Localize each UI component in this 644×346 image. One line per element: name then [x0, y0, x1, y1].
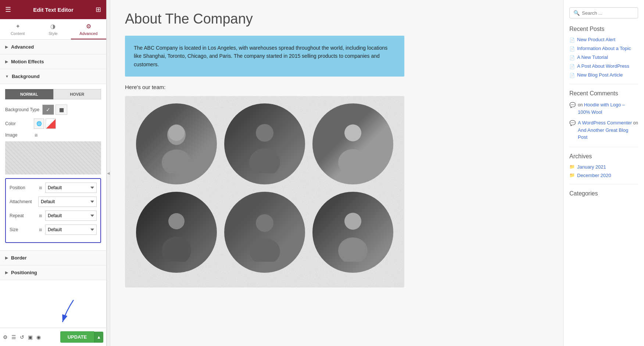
panel-content: ▶ Advanced ▶ Motion Effects ▼ Background…	[0, 40, 106, 328]
size-row: Size 🖥 Default	[10, 225, 97, 235]
team-member-4	[136, 192, 217, 273]
image-preview[interactable]	[5, 141, 101, 174]
advanced-section-header[interactable]: ▶ Advanced	[0, 40, 106, 54]
team-member-3	[312, 103, 393, 184]
bg-mode-toggle: NORMAL HOVER	[5, 89, 101, 99]
preview-icon[interactable]: ◉	[36, 334, 41, 340]
post-link-3[interactable]: A New Tutorial	[577, 54, 608, 60]
update-dropdown-button[interactable]: ▲	[94, 332, 103, 343]
svg-point-5	[249, 148, 280, 173]
hamburger-icon[interactable]: ☰	[5, 6, 11, 14]
divider-2	[569, 147, 638, 147]
normal-toggle-btn[interactable]: NORMAL	[5, 89, 53, 99]
comment-text-1: on Hoodie with Logo – 100% Wool	[578, 101, 638, 116]
post-link-5[interactable]: New Blog Post Article	[577, 72, 623, 78]
background-label: Background	[12, 74, 40, 79]
post-link-1[interactable]: New Product Alert	[577, 37, 615, 42]
post-icon-2: 📄	[569, 46, 575, 52]
archive-link-2[interactable]: December 2020	[577, 173, 611, 178]
recent-posts-title: Recent Posts	[569, 26, 638, 32]
settings-icon[interactable]: ⚙	[3, 334, 8, 340]
svg-point-7	[338, 149, 368, 173]
bg-type-row: Background Type ✓ ▦	[5, 105, 101, 115]
advanced-arrow-icon: ▶	[5, 45, 8, 49]
team-grid	[125, 96, 404, 287]
divider-1	[569, 84, 638, 84]
divider-3	[569, 184, 638, 184]
post-icon-3: 📄	[569, 55, 575, 60]
position-select[interactable]: Default	[45, 183, 97, 193]
size-select[interactable]: Default	[45, 225, 97, 235]
comment-link-2[interactable]: And Another Great Blog Post	[578, 127, 628, 140]
bg-type-solid-btn[interactable]: ✓	[42, 105, 54, 115]
svg-point-6	[344, 124, 361, 141]
motion-effects-section-header[interactable]: ▶ Motion Effects	[0, 54, 106, 69]
monitor-icon: 🖥	[34, 133, 38, 137]
bg-type-gradient-btn[interactable]: ▦	[56, 105, 67, 115]
archive-link-1[interactable]: January 2021	[577, 164, 606, 170]
background-section-body: NORMAL HOVER Background Type ✓ ▦ Color 🌐	[0, 84, 106, 251]
archive-icon-2: 📁	[569, 173, 575, 178]
page-title: About The Company	[125, 11, 548, 27]
list-item: 📄 A New Tutorial	[569, 54, 638, 60]
commenter-link-1[interactable]: A WordPress Commenter	[578, 120, 632, 126]
color-picker-btn[interactable]	[46, 119, 56, 129]
post-link-2[interactable]: Information About a Topic	[577, 46, 631, 51]
positioning-section-header[interactable]: ▶ Positioning	[0, 265, 106, 280]
repeat-monitor-icon: 🖥	[38, 213, 42, 218]
tab-content[interactable]: ✦ Content	[0, 19, 35, 39]
tab-style[interactable]: ◑ Style	[35, 19, 71, 39]
team-member-2-photo	[224, 103, 305, 184]
history-icon[interactable]: ↺	[20, 334, 24, 340]
main-content: About The Company The ABC Company is loc…	[110, 0, 563, 346]
team-row-top	[132, 103, 397, 184]
color-row: Color 🌐	[5, 119, 101, 129]
post-link-4[interactable]: A Post About WordPress	[577, 63, 629, 69]
recent-posts-list: 📄 New Product Alert 📄 Information About …	[569, 37, 638, 78]
team-member-1	[136, 103, 217, 184]
repeat-select[interactable]: Default	[45, 211, 97, 221]
repeat-label: Repeat	[10, 213, 35, 218]
intro-box: The ABC Company is located in Los Angele…	[125, 36, 404, 77]
archives-list: 📁 January 2021 📁 December 2020	[569, 164, 638, 178]
color-controls: 🌐	[34, 119, 56, 129]
update-button[interactable]: UPDATE	[60, 331, 94, 343]
toolbar-icons: ⚙ ☰ ↺ ▣ ◉	[3, 334, 41, 340]
search-input[interactable]	[582, 10, 634, 16]
svg-point-8	[168, 213, 185, 229]
color-globe-btn[interactable]: 🌐	[34, 119, 44, 129]
list-item: 📄 New Blog Post Article	[569, 72, 638, 78]
attachment-label: Attachment	[10, 199, 35, 204]
person-5-svg	[243, 203, 287, 262]
panel-title: Edit Text Editor	[33, 7, 74, 13]
repeat-row: Repeat 🖥 Default	[10, 211, 97, 221]
background-arrow-icon: ▼	[5, 74, 9, 78]
search-icon: 🔍	[573, 10, 580, 16]
comment-link-1[interactable]: Hoodie with Logo – 100% Wool	[578, 102, 625, 115]
team-section: Here's our team:	[125, 84, 404, 287]
panel-resize-handle[interactable]: ◀	[107, 0, 110, 346]
post-icon-5: 📄	[569, 73, 575, 78]
comment-icon-1: 💬	[569, 102, 576, 108]
image-preview-inner	[5, 141, 101, 174]
bg-type-controls: ✓ ▦	[42, 105, 67, 115]
grid-icon[interactable]: ⊞	[96, 6, 101, 14]
tab-advanced[interactable]: ⚙ Advanced	[71, 19, 106, 39]
team-member-4-photo	[136, 192, 217, 273]
hover-toggle-btn[interactable]: HOVER	[53, 89, 101, 99]
comment-icon-2: 💬	[569, 120, 576, 126]
responsive-icon[interactable]: ▣	[28, 334, 33, 340]
layers-icon[interactable]: ☰	[11, 334, 16, 340]
team-member-5	[224, 192, 305, 273]
team-member-6	[312, 192, 393, 273]
motion-arrow-icon: ▶	[5, 60, 8, 64]
background-section-header[interactable]: ▼ Background	[0, 69, 106, 84]
border-section-header[interactable]: ▶ Border	[0, 251, 106, 265]
team-label: Here's our team:	[125, 84, 404, 90]
color-label: Color	[5, 121, 31, 126]
attachment-select[interactable]: Default	[38, 197, 97, 207]
list-item: 📄 New Product Alert	[569, 37, 638, 43]
team-member-3-photo	[312, 103, 393, 184]
list-item: 💬 on Hoodie with Logo – 100% Wool	[569, 101, 638, 116]
advanced-section-label: Advanced	[11, 44, 34, 50]
